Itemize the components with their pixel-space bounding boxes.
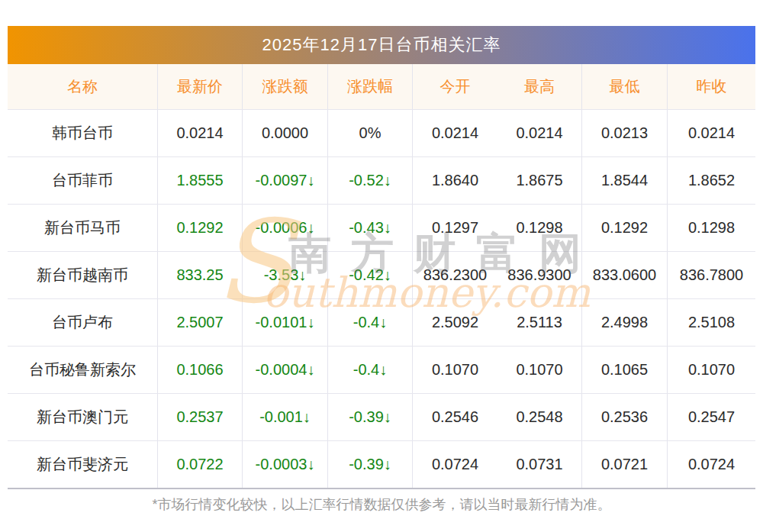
cell-change: -0.0003↓ [243,441,328,488]
cell-name: 新台币澳门元 [8,394,158,440]
cell-open: 0.1070 [413,347,497,393]
cell-latest: 0.1292 [158,205,243,251]
cell-change-pct: 0% [328,110,413,156]
cell-prev-close: 0.2547 [668,394,755,440]
cell-high: 0.1298 [497,205,582,251]
table-title-bar: 2025年12月17日台币相关汇率 [8,26,755,64]
cell-name: 韩币台币 [8,110,158,156]
cell-latest: 1.8555 [158,157,243,204]
cell-latest: 0.2537 [158,394,243,440]
cell-change: -0.0097↓ [243,157,328,204]
cell-low: 0.1065 [582,347,668,393]
cell-latest: 0.0722 [158,441,243,488]
cell-high: 0.0214 [497,110,582,156]
table-row: 新台币澳门元0.2537-0.001↓-0.39↓0.25460.25480.2… [8,394,755,441]
cell-open: 2.5092 [413,299,497,346]
cell-prev-close: 2.5108 [668,299,755,346]
cell-prev-close: 836.7800 [668,252,755,298]
table-row: 新台币斐济元0.0722-0.0003↓-0.39↓0.07240.07310.… [8,441,755,489]
cell-change: -0.001↓ [243,394,328,440]
cell-change-pct: -0.43↓ [328,205,413,251]
header-row: 名称最新价涨跌额涨跌幅今开最高最低昨收 [8,64,755,110]
table-row: 台币菲币1.8555-0.0097↓-0.52↓1.86401.86751.85… [8,157,755,205]
cell-low: 833.0600 [582,252,668,298]
column-header: 最新价 [158,64,243,109]
footer-note: *市场行情变化较快，以上汇率行情数据仅供参考，请以当时最新行情为准。 [0,495,763,514]
cell-change: -0.0101↓ [243,299,328,346]
page-title: 2025年12月17日台币相关汇率 [262,34,501,56]
column-header: 最高 [497,64,582,109]
cell-low: 0.0721 [582,441,668,488]
cell-name: 新台币斐济元 [8,441,158,488]
cell-high: 0.0731 [497,441,582,488]
cell-change-pct: -0.4↓ [328,299,413,346]
cell-change-pct: -0.39↓ [328,394,413,440]
cell-name: 台币秘鲁新索尔 [8,347,158,393]
column-header: 最低 [582,64,668,109]
cell-prev-close: 0.1070 [668,347,755,393]
cell-change-pct: -0.42↓ [328,252,413,298]
table-body: 韩币台币0.02140.00000%0.02140.02140.02130.02… [8,110,755,489]
rates-table-container: 2025年12月17日台币相关汇率 名称最新价涨跌额涨跌幅今开最高最低昨收 韩币… [8,26,755,489]
cell-open: 0.1297 [413,205,497,251]
cell-low: 0.1292 [582,205,668,251]
table-row: 台币卢布2.5007-0.0101↓-0.4↓2.50922.51132.499… [8,299,755,347]
table-row: 新台币越南币833.25-3.53↓-0.42↓836.2300836.9300… [8,252,755,299]
cell-change: -3.53↓ [243,252,328,298]
cell-prev-close: 0.1298 [668,205,755,251]
cell-low: 1.8544 [582,157,668,204]
cell-open: 0.0724 [413,441,497,488]
cell-latest: 0.0214 [158,110,243,156]
cell-change: 0.0000 [243,110,328,156]
cell-name: 台币菲币 [8,157,158,204]
cell-low: 0.0213 [582,110,668,156]
cell-open: 0.0214 [413,110,497,156]
cell-low: 0.2536 [582,394,668,440]
cell-change-pct: -0.39↓ [328,441,413,488]
cell-high: 2.5113 [497,299,582,346]
cell-high: 1.8675 [497,157,582,204]
table-row: 台币秘鲁新索尔0.1066-0.0004↓-0.4↓0.10700.10700.… [8,347,755,394]
cell-open: 1.8640 [413,157,497,204]
table-row: 韩币台币0.02140.00000%0.02140.02140.02130.02… [8,110,755,157]
cell-latest: 0.1066 [158,347,243,393]
cell-name: 台币卢布 [8,299,158,346]
column-header: 涨跌额 [243,64,328,109]
column-header: 名称 [8,64,158,109]
cell-name: 新台币马币 [8,205,158,251]
cell-latest: 833.25 [158,252,243,298]
cell-latest: 2.5007 [158,299,243,346]
cell-change: -0.0004↓ [243,347,328,393]
cell-high: 0.1070 [497,347,582,393]
cell-prev-close: 0.0214 [668,110,755,156]
table-row: 新台币马币0.1292-0.0006↓-0.43↓0.12970.12980.1… [8,205,755,252]
column-header: 涨跌幅 [328,64,413,109]
cell-high: 836.9300 [497,252,582,298]
cell-prev-close: 0.0724 [668,441,755,488]
column-header: 昨收 [668,64,755,109]
cell-open: 0.2546 [413,394,497,440]
column-header: 今开 [413,64,497,109]
cell-change: -0.0006↓ [243,205,328,251]
cell-low: 2.4998 [582,299,668,346]
cell-name: 新台币越南币 [8,252,158,298]
cell-open: 836.2300 [413,252,497,298]
cell-change-pct: -0.52↓ [328,157,413,204]
cell-prev-close: 1.8652 [668,157,755,204]
cell-high: 0.2548 [497,394,582,440]
cell-change-pct: -0.4↓ [328,347,413,393]
